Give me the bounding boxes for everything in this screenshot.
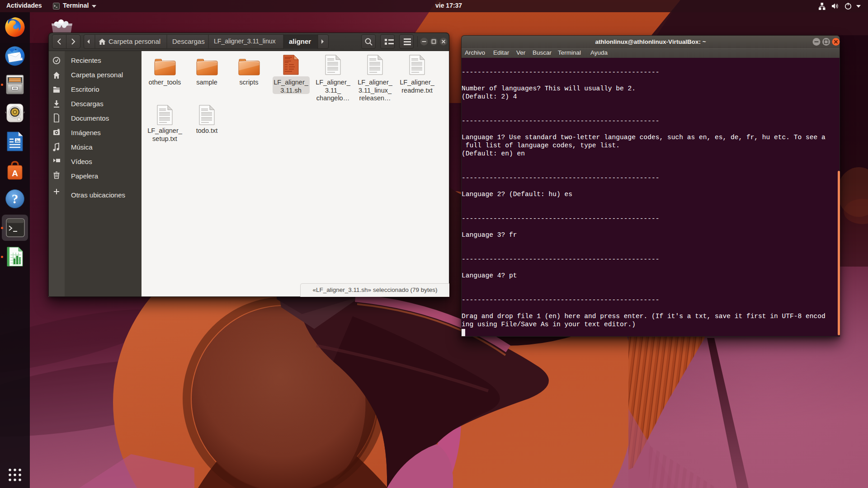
svg-text:?: ? [12, 192, 19, 206]
svg-text:A: A [12, 169, 18, 178]
